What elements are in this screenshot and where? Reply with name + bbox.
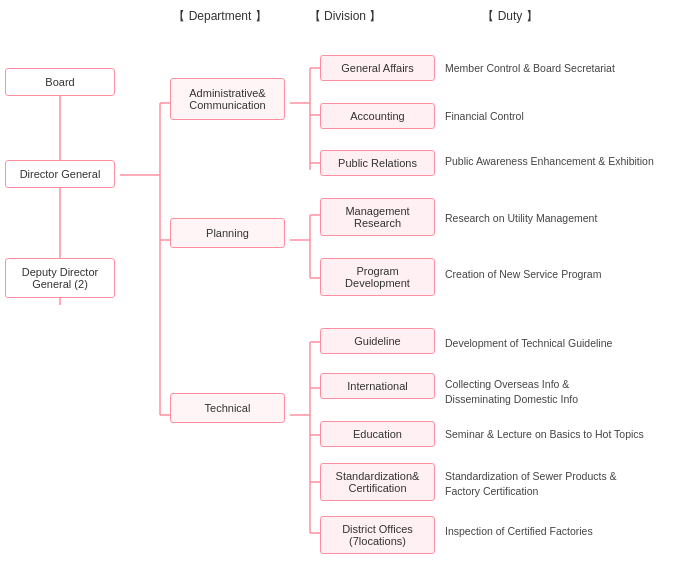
duty-general-affairs: Member Control & Board Secretariat [445,62,690,74]
deputy-director-box: Deputy Director General (2) [5,258,115,298]
duty-guideline: Development of Technical Guideline [445,337,690,349]
div-standardization: Standardization&Certification [320,463,435,501]
div-district-offices: District Offices(7locations) [320,516,435,554]
board-box: Board [5,68,115,96]
header-division: 【 Division 】 [285,8,405,25]
div-accounting: Accounting [320,103,435,129]
div-program-dev: ProgramDevelopment [320,258,435,296]
org-chart: 【 Department 】 【 Division 】 【 Duty 】 [0,0,700,570]
div-general-affairs: General Affairs [320,55,435,81]
director-general-box: Director General [5,160,115,188]
header-duty: 【 Duty 】 [405,8,615,25]
duty-mgmt-research: Research on Utility Management [445,212,690,224]
duty-education: Seminar & Lecture on Basics to Hot Topic… [445,428,690,440]
duty-international: Collecting Overseas Info &Disseminating … [445,377,690,406]
duty-district: Inspection of Certified Factories [445,525,690,537]
dept-technical: Technical [170,393,285,423]
header-department: 【 Department 】 [155,8,285,25]
dept-admin-comm: Administrative&Communication [170,78,285,120]
dept-planning: Planning [170,218,285,248]
div-guideline: Guideline [320,328,435,354]
duty-accounting: Financial Control [445,110,690,122]
duty-program-dev: Creation of New Service Program [445,268,690,280]
div-education: Education [320,421,435,447]
div-public-relations: Public Relations [320,150,435,176]
div-mgmt-research: ManagementResearch [320,198,435,236]
duty-standardization: Standardization of Sewer Products &Facto… [445,469,690,498]
div-international: International [320,373,435,399]
duty-public-relations: Public Awareness Enhancement & Exhibitio… [445,155,690,167]
